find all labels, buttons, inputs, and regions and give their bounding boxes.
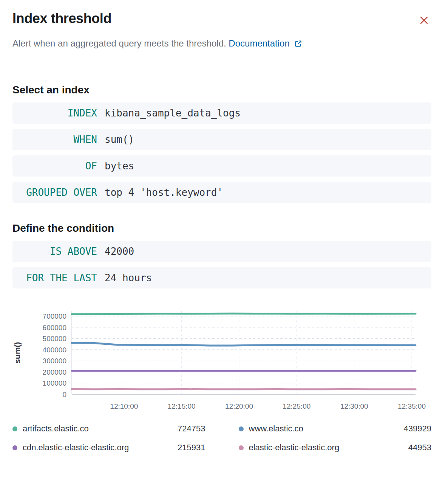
- y-tick-label: 700000: [43, 312, 66, 320]
- legend-dot: [239, 426, 244, 431]
- condition-expression-group: IS ABOVE 42000 FOR THE LAST 24 hours: [12, 241, 431, 288]
- y-axis-title: sum(): [13, 342, 22, 363]
- external-link-icon: [295, 39, 302, 49]
- y-tick-label: 600000: [43, 324, 66, 332]
- x-tick-label: 12:35:00: [398, 402, 426, 410]
- legend-value: 44953: [408, 443, 431, 453]
- legend-dot: [12, 445, 17, 450]
- documentation-link-label: Documentation: [229, 38, 289, 48]
- index-threshold-flyout: Index threshold Alert when an aggregated…: [0, 0, 448, 453]
- y-tick-label: 0: [62, 391, 66, 398]
- legend-value: 724753: [178, 424, 205, 434]
- close-icon: [419, 21, 429, 26]
- section-heading-select-index: Select an index: [12, 84, 431, 96]
- section-heading-define-condition: Define the condition: [12, 222, 431, 235]
- legend-item-elastic[interactable]: elastic-elastic-elastic.org 44953: [239, 443, 432, 453]
- legend-value: 215931: [178, 443, 205, 453]
- expression-keyword: OF: [12, 160, 97, 172]
- x-tick-label: 12:25:00: [283, 402, 311, 410]
- expression-is-above[interactable]: IS ABOVE 42000: [12, 241, 431, 262]
- expression-for-the-last[interactable]: FOR THE LAST 24 hours: [12, 267, 431, 288]
- expression-index[interactable]: INDEX kibana_sample_data_logs: [12, 102, 431, 124]
- expression-value: 24 hours: [105, 272, 152, 284]
- expression-grouped-over[interactable]: GROUPED OVER top 4 'host.keyword': [12, 182, 431, 203]
- close-button[interactable]: [417, 13, 431, 29]
- expression-value: 42000: [105, 246, 134, 257]
- index-expression-group: INDEX kibana_sample_data_logs WHEN sum()…: [12, 102, 431, 203]
- legend-item-artifacts[interactable]: artifacts.elastic.co 724753: [12, 424, 205, 434]
- subtitle-text: Alert when an aggregated query meets the…: [12, 38, 226, 48]
- expression-value: top 4 'host.keyword': [105, 187, 223, 198]
- legend-label: cdn.elastic-elastic-elastic.org: [23, 443, 129, 453]
- x-tick-label: 12:15:00: [168, 402, 196, 410]
- legend-label: artifacts.elastic.co: [23, 424, 89, 434]
- expression-keyword: GROUPED OVER: [12, 187, 97, 198]
- y-tick-label: 200000: [43, 368, 66, 376]
- legend-dot: [239, 445, 244, 450]
- y-tick-label: 300000: [43, 357, 66, 365]
- y-tick-label: 500000: [43, 335, 66, 343]
- expression-keyword: FOR THE LAST: [12, 272, 97, 284]
- expression-value: kibana_sample_data_logs: [105, 107, 241, 119]
- expression-keyword: IS ABOVE: [12, 246, 97, 257]
- flyout-header: Index threshold: [12, 11, 431, 29]
- expression-value: sum(): [105, 134, 134, 145]
- y-tick-label: 400000: [43, 346, 66, 354]
- expression-value: bytes: [105, 160, 134, 172]
- legend-label: www.elastic.co: [249, 424, 303, 434]
- expression-when[interactable]: WHEN sum(): [12, 129, 431, 150]
- expression-keyword: WHEN: [12, 134, 97, 145]
- series-line: [72, 343, 416, 346]
- expression-keyword: INDEX: [12, 107, 97, 119]
- flyout-subtitle: Alert when an aggregated query meets the…: [12, 38, 431, 50]
- threshold-preview-chart: 0100000200000300000400000500000600000700…: [12, 307, 431, 412]
- page-title: Index threshold: [12, 11, 111, 26]
- legend-item-cdn[interactable]: cdn.elastic-elastic-elastic.org 215931: [12, 443, 205, 453]
- chart-legend: artifacts.elastic.co 724753 www.elastic.…: [12, 424, 431, 453]
- x-tick-label: 12:30:00: [340, 402, 368, 410]
- legend-item-www[interactable]: www.elastic.co 439929: [239, 424, 432, 434]
- header-divider: [12, 63, 431, 63]
- series-line: [72, 313, 416, 314]
- y-tick-label: 100000: [43, 379, 66, 387]
- legend-dot: [12, 426, 17, 431]
- documentation-link[interactable]: Documentation: [229, 38, 302, 48]
- legend-value: 439929: [404, 424, 431, 434]
- line-chart: 0100000200000300000400000500000600000700…: [12, 307, 431, 410]
- x-tick-label: 12:10:00: [110, 402, 138, 410]
- expression-of[interactable]: OF bytes: [12, 155, 431, 177]
- x-tick-label: 12:20:00: [225, 402, 253, 410]
- legend-label: elastic-elastic-elastic.org: [249, 443, 340, 453]
